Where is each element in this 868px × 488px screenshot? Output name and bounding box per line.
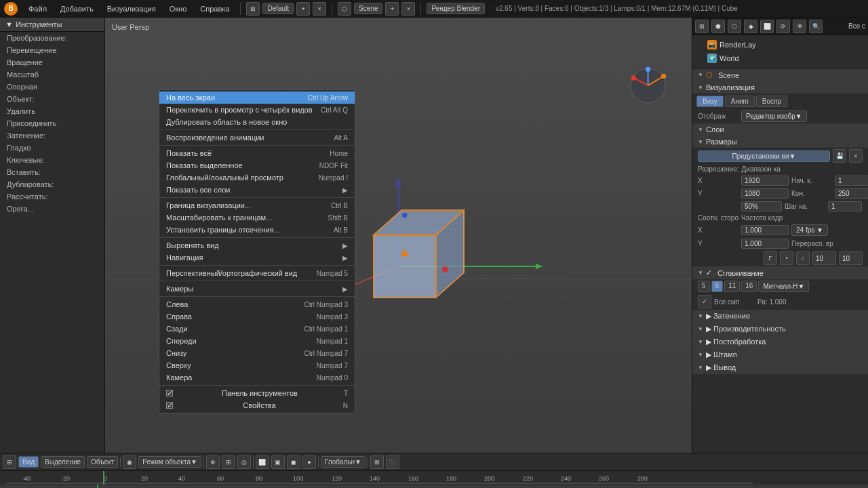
menu-help[interactable]: Справка (195, 3, 235, 14)
start-input[interactable] (835, 176, 868, 186)
tab-visuals[interactable]: Визу (696, 96, 724, 107)
dropdown-item[interactable]: Установить границы отсечения...Alt B (159, 224, 355, 236)
sizes-header[interactable]: Размеры (692, 136, 868, 148)
dropdown-item[interactable]: КамераNumpad 0 (159, 371, 355, 384)
sidebar-item-smooth[interactable]: Гладко (0, 142, 104, 154)
tab-playback[interactable]: Воспр (756, 96, 787, 107)
smooth-method-btn[interactable]: Митчелл-Н▼ (758, 281, 809, 292)
dropdown-item[interactable]: Показать все слои▶ (159, 184, 355, 196)
viz-section-header[interactable]: Визуализация (692, 81, 868, 94)
dropdown-item[interactable]: Камеры▶ (159, 283, 355, 295)
sidebar-item-scale[interactable]: Масштаб (0, 68, 104, 81)
select-btn[interactable]: Выделение (41, 456, 85, 468)
mode-btn[interactable]: Режим объекта▼ (138, 456, 201, 468)
vp-layers-btn[interactable]: ⬛ (386, 455, 399, 469)
scene-remove-icon[interactable]: × (401, 2, 415, 16)
layers-header[interactable]: Слои (692, 123, 868, 136)
preset-save[interactable]: 💾 (833, 149, 846, 163)
pivot-icon[interactable]: ⊕ (206, 455, 220, 469)
dropdown-item[interactable]: Воспроизведение анимацииAlt A (159, 131, 355, 144)
preset-btn[interactable]: Предустановки ви▼ (698, 150, 830, 162)
layout-remove-icon[interactable]: × (313, 2, 326, 16)
sidebar-item-calculate[interactable]: Рассчитать: (0, 190, 104, 203)
menu-add[interactable]: Добавить (55, 3, 99, 14)
y-input[interactable] (741, 188, 789, 199)
vp-shading-4[interactable]: ● (302, 455, 316, 469)
rp-icon-3[interactable]: ⬡ (728, 20, 741, 33)
ay-input[interactable] (741, 239, 789, 249)
menu-window[interactable]: Окно (164, 3, 193, 14)
menu-render[interactable]: Визуализация (102, 3, 161, 14)
snum-11[interactable]: 11 (724, 281, 740, 292)
dropdown-item[interactable]: На весь экранCtrl Up Arrow (159, 92, 355, 104)
fps-btn[interactable]: 24 fps ▼ (791, 224, 828, 236)
step-input[interactable] (828, 201, 862, 211)
dropdown-item[interactable]: СпередиNumpad 1 (159, 335, 355, 347)
shade-section-header[interactable]: ▶ Затенение (692, 310, 868, 323)
allsamples-check[interactable]: ✓ (698, 295, 711, 308)
scene-selector[interactable]: Scene (354, 3, 382, 14)
view-btn[interactable]: Вид (18, 456, 39, 468)
proportional-icon[interactable]: ◎ (237, 455, 251, 469)
sidebar-item-rotate[interactable]: Вращение (0, 56, 104, 68)
dropdown-item[interactable]: Выровнять вид▶ (159, 239, 355, 251)
skip1-input[interactable] (812, 251, 836, 265)
dropdown-item[interactable]: СверхуNumpad 7 (159, 359, 355, 371)
scene-add-icon[interactable]: + (385, 2, 399, 16)
dropdown-item[interactable]: Граница визуализации...Ctrl B (159, 199, 355, 211)
dropdown-item[interactable]: ✓Панель инструментовT (159, 387, 355, 399)
rp-icon-6[interactable]: ⟳ (776, 20, 790, 33)
layout-add-icon[interactable]: + (296, 2, 310, 16)
rp-icon-1[interactable]: ⊞ (695, 20, 709, 33)
rp-search[interactable]: 🔍 (809, 20, 823, 33)
rp-icon-4[interactable]: ◆ (744, 20, 757, 33)
sidebar-item-duplicate[interactable]: Дублировать: (0, 178, 104, 190)
global-btn[interactable]: Глобальн▼ (321, 456, 366, 468)
menu-file[interactable]: Файл (23, 3, 52, 14)
sidebar-item-origin[interactable]: Опорная (0, 81, 104, 93)
rp-icon-2[interactable]: ⬟ (711, 20, 725, 33)
dropdown-item[interactable]: СправаNumpad 3 (159, 310, 355, 323)
tab-anim[interactable]: Аниm (725, 96, 755, 107)
smooth-header[interactable]: ✓Сглаживание (692, 266, 868, 279)
sidebar-item-delete[interactable]: Удалить (0, 105, 104, 117)
dropdown-item[interactable]: Показать всёHome (159, 147, 355, 159)
post-section-header[interactable]: ▶ Постобработка (692, 336, 868, 348)
x-input[interactable] (741, 176, 789, 186)
display-btn[interactable]: Редактор изобр▼ (741, 110, 807, 122)
sidebar-item-insert[interactable]: Вставить: (0, 166, 104, 178)
ax-input[interactable] (741, 225, 789, 235)
rp-icon-5[interactable]: ⬜ (760, 20, 774, 33)
stamp-section-header[interactable]: ▶ Штамп (692, 348, 868, 361)
skip2-input[interactable] (839, 251, 863, 265)
pct-input[interactable] (741, 201, 782, 211)
dropdown-item[interactable]: Перспективный/ортографический видNumpad … (159, 267, 355, 279)
dropdown-item[interactable]: СлеваCtrl Numpad 3 (159, 298, 355, 310)
preset-del[interactable]: × (849, 149, 863, 163)
dropdown-item[interactable]: Переключить в просмотр с четырёх видовCt… (159, 104, 355, 116)
sidebar-item-opera[interactable]: Opera... (0, 203, 104, 215)
dropdown-item[interactable]: Навигация▶ (159, 251, 355, 264)
snapping-icon[interactable]: ⊞ (222, 455, 235, 469)
dropdown-item[interactable]: Дублировать область в новое окно (159, 116, 355, 128)
perf-section-header[interactable]: ▶ Производительность (692, 323, 868, 336)
vp-icon-btn[interactable]: ⊞ (3, 455, 16, 469)
vp-shading-3[interactable]: ◼ (287, 455, 300, 469)
snum-8[interactable]: 8 (711, 281, 724, 292)
end-input[interactable] (835, 188, 868, 199)
layout-selector[interactable]: Default (262, 3, 294, 14)
snum-16[interactable]: 16 (741, 281, 757, 292)
output-section-header[interactable]: ▶ Вывод (692, 361, 868, 374)
dropdown-item[interactable]: Глобальный/локальный просмотрNumpad / (159, 171, 355, 184)
render-button[interactable]: Рендер Blender (427, 3, 485, 14)
playhead[interactable] (97, 485, 98, 488)
sidebar-item-join[interactable]: Присоединить (0, 117, 104, 129)
scene-section-header[interactable]: ⬡ Scene (692, 68, 868, 81)
rp-icon-view[interactable]: 👁 (793, 20, 806, 33)
vp-grid-btn[interactable]: ⊞ (370, 455, 384, 469)
dropdown-item[interactable]: СзадиCtrl Numpad 1 (159, 323, 355, 335)
dropdown-item[interactable]: ✓СвойстваN (159, 399, 355, 411)
vp-shading-1[interactable]: ⬜ (256, 455, 269, 469)
3d-viewport[interactable]: User Persp На весь экранCtrl Up ArrowПер… (105, 18, 692, 453)
sidebar-item-move[interactable]: Перемещение (0, 44, 104, 56)
